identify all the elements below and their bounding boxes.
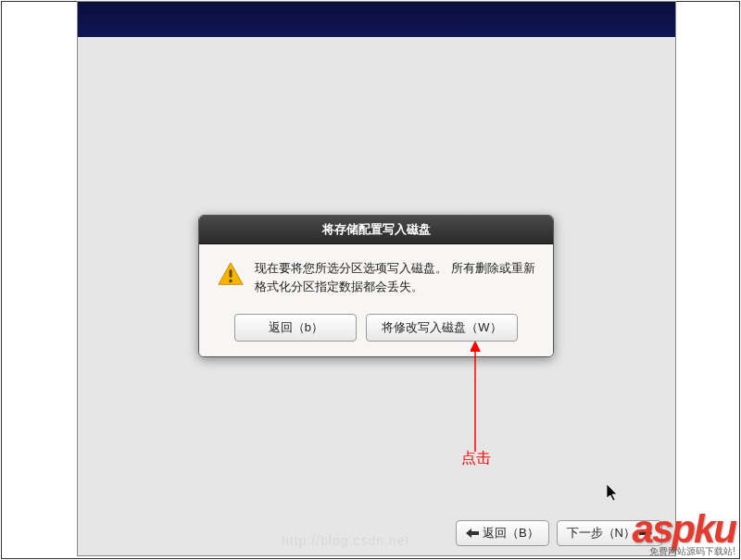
footer-nav: 返回（B） 下一步（N） — [456, 520, 662, 546]
footer-back-button[interactable]: 返回（B） — [456, 520, 549, 546]
dialog-back-button[interactable]: 返回（b） — [234, 314, 357, 342]
arrow-right-icon — [639, 529, 652, 538]
installer-window: 将存储配置写入磁盘 现在要将您所选分区选项写入磁盘。 所有删除或重新格式化分区指… — [77, 1, 676, 556]
dialog-content: 现在要将您所选分区选项写入磁盘。 所有删除或重新格式化分区指定数据都会丢失。 — [199, 244, 553, 306]
warning-icon — [216, 259, 245, 289]
svg-point-1 — [229, 280, 232, 282]
arrow-left-icon — [466, 529, 479, 538]
confirm-write-dialog: 将存储配置写入磁盘 现在要将您所选分区选项写入磁盘。 所有删除或重新格式化分区指… — [198, 215, 554, 357]
installer-top-banner — [78, 2, 675, 37]
dialog-write-button[interactable]: 将修改写入磁盘（W） — [366, 314, 517, 342]
dialog-message: 现在要将您所选分区选项写入磁盘。 所有删除或重新格式化分区指定数据都会丢失。 — [255, 259, 536, 295]
footer-back-label: 返回（B） — [483, 525, 539, 541]
footer-next-label: 下一步（N） — [567, 525, 635, 541]
svg-rect-0 — [230, 269, 232, 277]
annotation-click-label: 点击 — [461, 449, 491, 468]
watermark-url: http://blog.csdn.net — [282, 533, 409, 548]
footer-next-button[interactable]: 下一步（N） — [557, 520, 662, 546]
dialog-title: 将存储配置写入磁盘 — [199, 216, 553, 244]
dialog-button-row: 返回（b） 将修改写入磁盘（W） — [199, 306, 553, 356]
